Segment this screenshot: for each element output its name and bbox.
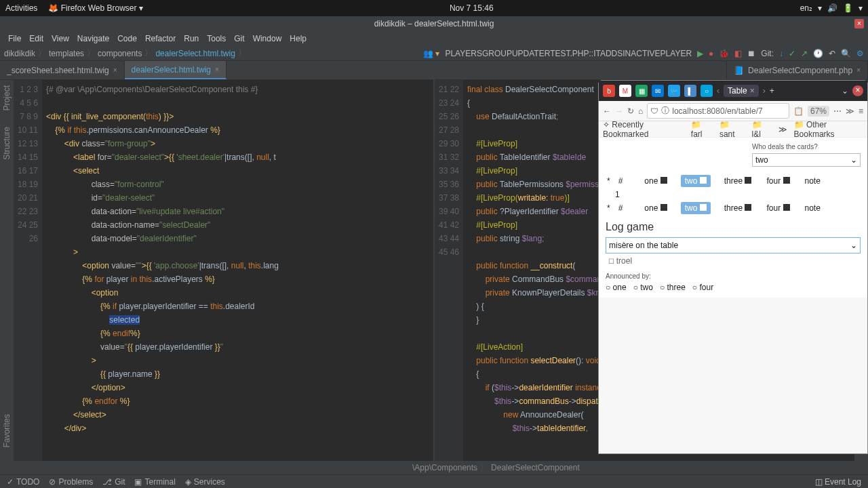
pinned-tab-icon[interactable]: ▌ <box>684 85 696 97</box>
editor-tabs: _scoreSheet.sheet.html.twig× dealerSelec… <box>0 61 868 80</box>
crumb-namespace[interactable]: \App\Components <box>412 463 477 472</box>
tool-eventlog[interactable]: ◫ Event Log <box>815 477 861 487</box>
breadcrumb-dir[interactable]: components <box>98 49 142 58</box>
pinned-tab-icon[interactable]: M <box>619 85 631 97</box>
menu-tools[interactable]: Tools <box>203 34 230 43</box>
pinned-tab-icon[interactable]: 🐦 <box>668 85 680 97</box>
firefox-window: b M ▦ ✉ 🐦 ▌ ○ ‹ Table× › + ⌄ × ← → ↻ ⌂ 🛡… <box>598 80 868 454</box>
url-bar[interactable]: 🛡 ⓘ localhost:8080/en/table/7 <box>647 103 789 119</box>
menu-edit[interactable]: Edit <box>25 34 47 43</box>
menu-view[interactable]: View <box>47 34 73 43</box>
bookmark-recent[interactable]: ✧ Recently Bookmarked <box>603 120 684 139</box>
pinned-tab-icon[interactable]: ▦ <box>635 85 648 97</box>
game-type-select[interactable]: misère on the table⌄ <box>606 237 861 253</box>
tab-scoresheet[interactable]: _scoreSheet.sheet.html.twig× <box>0 61 125 79</box>
tool-git[interactable]: ⎇ Git <box>102 477 125 487</box>
zoom-level[interactable]: 67% <box>808 106 829 117</box>
desktop-topbar: Activities 🦊 Firefox Web Browser ▾ Nov 7… <box>0 0 868 16</box>
menu-run[interactable]: Run <box>180 34 203 43</box>
editor-left[interactable]: 1 2 3 4 5 6 7 8 9 10 11 12 13 14 15 16 1… <box>14 80 433 461</box>
breadcrumb-project[interactable]: dikdikdik <box>4 49 35 58</box>
back-button[interactable]: ← <box>603 106 611 116</box>
tab-close-icon[interactable]: × <box>215 66 219 73</box>
other-bookmarks[interactable]: 📁 Other Bookmarks <box>794 120 863 139</box>
menu-icon[interactable]: ≡ <box>859 106 863 116</box>
forward-button[interactable]: → <box>615 106 623 116</box>
menu-navigate[interactable]: Navigate <box>73 34 113 43</box>
menu-window[interactable]: Window <box>249 34 286 43</box>
run-config[interactable]: PLAYERSGROUPUPDATERTEST.PHP::ITADDSINACT… <box>445 49 692 58</box>
settings-icon[interactable]: ⚙ <box>856 49 864 58</box>
code-left[interactable]: {# @var \App\Components\DealerSelectComp… <box>42 80 433 461</box>
bookmark-folder[interactable]: 📁 farl <box>691 120 713 139</box>
users-icon[interactable]: 👥 ▾ <box>423 49 439 58</box>
shield-icon[interactable]: 🛡 <box>650 106 658 116</box>
radio-four[interactable]: ○ four <box>692 283 713 292</box>
sidebar-favorites[interactable]: Favorites <box>2 414 12 447</box>
menu-file[interactable]: File <box>4 34 25 43</box>
menu-code[interactable]: Code <box>113 34 141 43</box>
lang-indicator[interactable]: en₂ <box>800 3 812 13</box>
pinned-tab-icon[interactable]: b <box>603 85 615 97</box>
browser-tab[interactable]: Table× <box>724 85 759 97</box>
breadcrumb-file[interactable]: dealerSelect.html.twig <box>155 49 235 58</box>
crumb-class[interactable]: DealerSelectComponent <box>491 463 580 472</box>
search-icon[interactable]: 🔍 <box>841 49 851 58</box>
tab-dealerselect-twig[interactable]: dealerSelect.html.twig× <box>125 61 226 79</box>
close-window-button[interactable]: × <box>854 19 864 28</box>
dropdown-option[interactable]: ☐ troel <box>606 255 861 267</box>
git-update-icon[interactable]: ↓ <box>779 49 783 58</box>
profile-button[interactable]: ⏹ <box>747 49 755 58</box>
menu-help[interactable]: Help <box>285 34 311 43</box>
menu-refactor[interactable]: Refactor <box>141 34 180 43</box>
bookmark-folder[interactable]: 📁 sant <box>719 120 745 139</box>
volume-icon[interactable]: 🔊 <box>827 3 837 13</box>
tab-nav-back-icon[interactable]: ‹ <box>717 86 719 96</box>
bookmark-folder[interactable]: 📁 l&l <box>752 120 772 139</box>
tool-terminal[interactable]: ▣ Terminal <box>134 477 175 487</box>
git-push-icon[interactable]: ↗ <box>801 49 808 58</box>
stop-button[interactable]: ● <box>709 49 713 58</box>
git-history-icon[interactable]: 🕐 <box>813 49 823 58</box>
git-revert-icon[interactable]: ↶ <box>829 49 835 58</box>
battery-icon[interactable]: 🔋 <box>843 3 853 13</box>
sidebar-project[interactable]: Project <box>2 85 12 110</box>
tab-dealerselect-php[interactable]: 📘 DealerSelectComponent.php× <box>726 61 868 79</box>
run-button[interactable]: ▶ <box>697 49 703 58</box>
tab-nav-fwd-icon[interactable]: › <box>763 86 766 96</box>
debug-button[interactable]: 🐞 <box>719 49 729 58</box>
tab-close-icon[interactable]: × <box>750 86 755 96</box>
browser-close-button[interactable]: × <box>852 85 863 96</box>
new-tab-button[interactable]: + <box>770 86 774 96</box>
app-name[interactable]: Firefox Web Browser <box>61 3 137 13</box>
score-table-row: 1 <box>606 190 861 199</box>
tab-close-icon[interactable]: × <box>113 66 117 74</box>
activities-button[interactable]: Activities <box>5 3 37 13</box>
pinned-tab-icon[interactable]: ✉ <box>652 85 664 97</box>
radio-two[interactable]: ○ two <box>633 283 653 292</box>
tool-todo[interactable]: ✓ TODO <box>7 477 39 487</box>
hamburger-icon[interactable]: ⋯ <box>833 106 842 116</box>
tab-list-icon[interactable]: ⌄ <box>842 86 848 96</box>
radio-three[interactable]: ○ three <box>660 283 686 292</box>
coverage-button[interactable]: ◧ <box>734 49 742 58</box>
tool-services[interactable]: ◈ Services <box>185 477 225 487</box>
clipboard-icon[interactable]: 📋 <box>793 106 804 116</box>
git-commit-icon[interactable]: ✓ <box>789 49 795 58</box>
radio-one[interactable]: ○ one <box>606 283 627 292</box>
dealer-select[interactable]: two⌄ <box>752 153 861 167</box>
tab-close-icon[interactable]: × <box>856 66 861 74</box>
menu-git[interactable]: Git <box>230 34 248 43</box>
reload-button[interactable]: ↻ <box>627 106 634 116</box>
pinned-tab-icon[interactable]: ○ <box>701 85 713 97</box>
home-button[interactable]: ⌂ <box>638 106 643 116</box>
info-icon[interactable]: ⓘ <box>661 105 669 117</box>
network-icon[interactable]: ▾ <box>818 3 822 13</box>
sidebar-structure[interactable]: Structure <box>2 127 12 160</box>
bookmark-overflow-icon[interactable]: ≫ <box>778 125 787 134</box>
overflow-icon[interactable]: ≫ <box>846 106 854 116</box>
browser-content: Who deals the cards? two⌄ * # one two th… <box>599 138 867 298</box>
breadcrumb-dir[interactable]: templates <box>49 49 84 58</box>
power-icon[interactable]: ▾ <box>859 3 863 13</box>
tool-problems[interactable]: ⊘ Problems <box>49 477 93 487</box>
